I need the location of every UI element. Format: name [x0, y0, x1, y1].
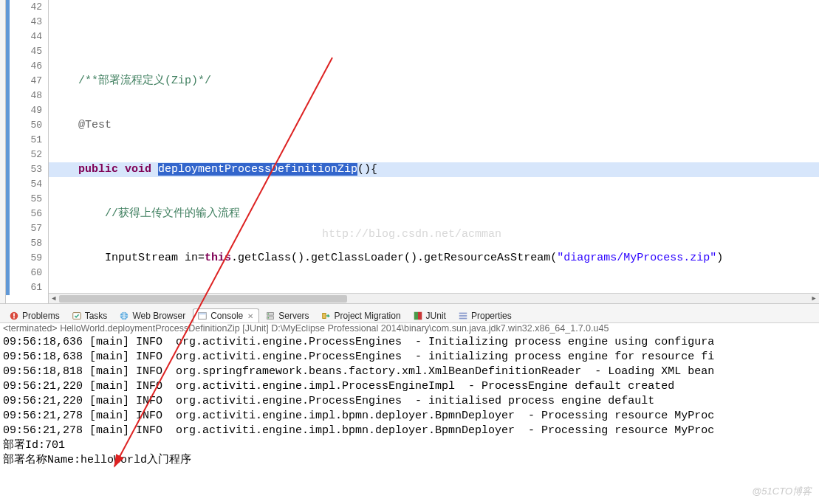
line-number: 56 [10, 207, 48, 221]
tab-properties[interactable]: Properties [453, 308, 518, 322]
console-line: 09:56:21,220 [main] INFO org.activiti.en… [3, 394, 816, 409]
gutter-line[interactable]: 49 [6, 103, 48, 118]
globe-icon [119, 311, 129, 321]
line-number: 45 [10, 44, 48, 59]
line-number: 42 [10, 0, 48, 15]
gutter-line[interactable]: 57 [6, 221, 48, 236]
comment: //获得上传文件的输入流程 [52, 207, 240, 220]
gutter-line[interactable]: 46 [6, 59, 48, 74]
junit-icon [413, 311, 423, 321]
tab-label: Properties [471, 311, 512, 321]
gutter-line[interactable]: 52 [6, 148, 48, 162]
svg-rect-11 [322, 314, 325, 319]
tab-project-migration[interactable]: Project Migration [317, 308, 407, 322]
keyword: public void [52, 163, 158, 176]
editor-gutter[interactable]: 4243444546474849505152535455565758596061 [6, 0, 49, 303]
servers-icon [265, 311, 275, 321]
svg-rect-2 [13, 317, 15, 319]
editor-ruler [0, 0, 6, 303]
console-line: 09:56:21,220 [main] INFO org.activiti.en… [3, 379, 816, 394]
line-number: 50 [10, 118, 48, 133]
svg-point-10 [268, 317, 270, 319]
code-text: InputStream in= [52, 252, 205, 264]
bottom-panel: Problems Tasks Web Browser Console ✕ Ser… [0, 304, 819, 504]
migration-icon [321, 311, 332, 321]
console-line: 09:56:21,278 [main] INFO org.activiti.en… [3, 424, 816, 438]
gutter-line[interactable]: 58 [6, 236, 48, 251]
gutter-line[interactable]: 44 [6, 30, 48, 44]
svg-point-9 [268, 314, 270, 315]
code-editor[interactable]: 4243444546474849505152535455565758596061… [0, 0, 819, 304]
annotation: @Test [52, 119, 112, 131]
tab-web-browser[interactable]: Web Browser [114, 308, 191, 322]
svg-rect-12 [414, 312, 417, 320]
svg-rect-1 [13, 314, 15, 317]
views-tab-bar[interactable]: Problems Tasks Web Browser Console ✕ Ser… [0, 304, 819, 323]
line-number: 43 [10, 15, 48, 30]
tab-label: Problems [22, 311, 60, 321]
gutter-line[interactable]: 56 [6, 207, 48, 221]
line-number: 60 [10, 266, 48, 280]
tab-tasks[interactable]: Tasks [67, 308, 114, 322]
gutter-line[interactable]: 45 [6, 44, 48, 59]
gutter-line[interactable]: 61 [6, 280, 48, 295]
line-number: 58 [10, 236, 48, 251]
scrollbar-thumb[interactable] [59, 295, 347, 303]
close-icon[interactable]: ✕ [247, 312, 253, 320]
tab-label: JUnit [426, 311, 446, 321]
console-line: 09:56:21,278 [main] INFO org.activiti.en… [3, 409, 816, 424]
console-output[interactable]: 09:56:18,636 [main] INFO org.activiti.en… [0, 334, 819, 469]
gutter-line[interactable]: 60 [6, 266, 48, 280]
line-number: 44 [10, 30, 48, 44]
site-watermark: @51CTO博客 [752, 485, 812, 498]
scroll-left-arrow-icon[interactable]: ◄ [49, 294, 59, 304]
line-number: 47 [10, 74, 48, 89]
code-text: (){ [357, 163, 377, 176]
watermark-text: http://blog.csdn.net/acmman [322, 227, 501, 242]
console-line: 部署Id:701 [3, 438, 816, 453]
line-number: 49 [10, 103, 48, 118]
line-number: 61 [10, 280, 48, 295]
code-text: .getClass().getClassLoader().getResource… [231, 252, 557, 264]
gutter-line[interactable]: 54 [6, 177, 48, 192]
line-number: 55 [10, 192, 48, 207]
console-icon [197, 311, 208, 321]
tab-label: Tasks [85, 311, 108, 321]
gutter-line[interactable]: 53 [6, 162, 48, 177]
svg-rect-13 [418, 312, 422, 320]
gutter-line[interactable]: 47 [6, 74, 48, 89]
svg-rect-16 [459, 318, 467, 320]
console-line: 09:56:18,818 [main] INFO org.springframe… [3, 365, 816, 379]
tab-servers[interactable]: Servers [261, 308, 315, 322]
console-line: 09:56:18,638 [main] INFO org.activiti.en… [3, 350, 816, 365]
selected-method-name: deploymentProcessDefinitionZip [158, 163, 357, 176]
line-number: 54 [10, 177, 48, 192]
tasks-icon [72, 311, 82, 321]
line-number: 52 [10, 148, 48, 162]
gutter-line[interactable]: 50 [6, 118, 48, 133]
horizontal-scrollbar[interactable]: ◄ ► [49, 293, 819, 303]
gutter-line[interactable]: 59 [6, 251, 48, 266]
line-number: 51 [10, 133, 48, 148]
string-literal: "diagrams/MyProcess.zip" [557, 252, 716, 264]
gutter-line[interactable]: 51 [6, 133, 48, 148]
code-body[interactable]: /**部署流程定义(Zip)*/ @Test public void deplo… [49, 0, 819, 303]
line-number: 48 [10, 89, 48, 103]
svg-rect-14 [459, 313, 467, 314]
tab-problems[interactable]: Problems [4, 308, 66, 322]
scroll-right-arrow-icon[interactable]: ► [809, 294, 819, 304]
gutter-line[interactable]: 42 [6, 0, 48, 15]
line-number: 46 [10, 59, 48, 74]
console-line: 09:56:18,636 [main] INFO org.activiti.en… [3, 335, 816, 350]
tab-console[interactable]: Console ✕ [193, 308, 259, 322]
gutter-line[interactable]: 55 [6, 192, 48, 207]
tab-label: Web Browser [132, 311, 185, 321]
code-text [52, 30, 78, 43]
gutter-line[interactable]: 48 [6, 89, 48, 103]
tab-label: Project Migration [335, 311, 401, 321]
line-number: 59 [10, 251, 48, 266]
gutter-line[interactable]: 43 [6, 15, 48, 30]
tab-junit[interactable]: JUnit [408, 308, 452, 322]
properties-icon [458, 311, 468, 321]
highlighted-line[interactable]: public void deploymentProcessDefinitionZ… [49, 162, 819, 177]
